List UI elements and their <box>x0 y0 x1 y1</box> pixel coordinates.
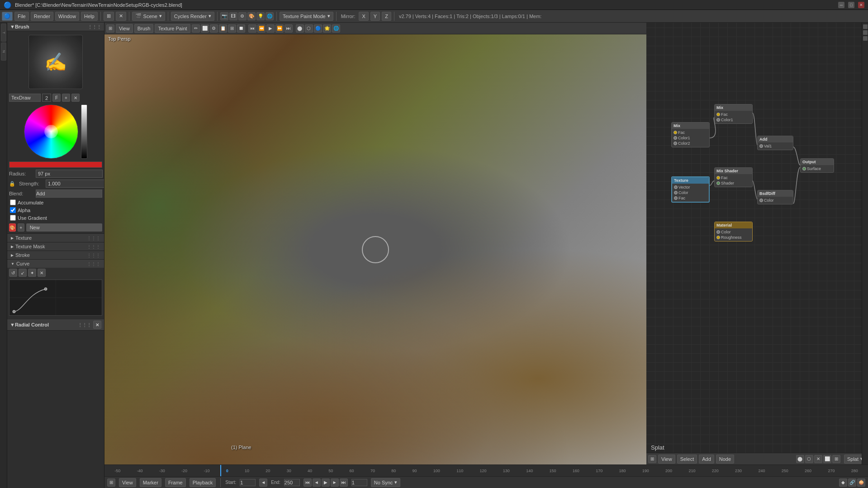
brush-panel-header[interactable]: ▼ Brush ⋮⋮⋮ <box>7 23 104 31</box>
end-frame-input[interactable] <box>284 479 300 486</box>
mirror-x-btn[interactable]: X <box>359 12 368 21</box>
color-swatch[interactable] <box>9 161 102 168</box>
brush-btn[interactable]: Brush <box>134 24 154 33</box>
brush-preview[interactable]: ✍ <box>28 35 83 89</box>
strength-input[interactable] <box>46 180 104 188</box>
texture-mask-section-header[interactable]: ▶ Texture Mask ⋮⋮⋮ <box>7 242 104 251</box>
color-brightness-bar[interactable] <box>81 104 87 159</box>
viewport-extra-icon[interactable]: ⚙ <box>210 24 218 33</box>
pb-view-btn[interactable]: View <box>119 478 136 487</box>
tools-tab[interactable]: T <box>1 24 6 42</box>
node-editor-icon[interactable]: ⊞ <box>648 455 656 463</box>
properties-tab[interactable]: N <box>1 43 6 61</box>
render-anim-btn[interactable]: 🎞 <box>229 12 237 20</box>
keyframe-icon[interactable]: ◆ <box>839 479 847 487</box>
scene-dropdown[interactable]: 🎬 Scene ▾ <box>132 12 165 21</box>
render-engine-dropdown[interactable]: Cycles Render ▾ <box>171 12 214 21</box>
node-view-btn[interactable]: View <box>658 455 675 464</box>
jump-end-btn[interactable]: ⏭ <box>340 479 348 487</box>
node-icon3[interactable]: ✕ <box>814 455 822 463</box>
jump-next-btn[interactable]: ► <box>331 479 339 487</box>
mirror-y-btn[interactable]: Y <box>370 12 380 21</box>
node-box-6[interactable]: Add Val1 <box>757 136 793 150</box>
radius-input[interactable] <box>36 170 103 178</box>
play-prev-btn[interactable]: ⏪ <box>257 24 266 33</box>
close-button[interactable]: ✕ <box>858 2 864 8</box>
viewport-layers-icon[interactable]: 📋 <box>219 24 227 33</box>
curve-star-icon[interactable]: ✦ <box>28 269 36 277</box>
alpha-checkbox[interactable] <box>10 207 16 213</box>
playback-layout-btn[interactable]: ⊞ <box>107 479 115 487</box>
play-next-btn[interactable]: ⏩ <box>275 24 284 33</box>
node-box-7[interactable]: BsdfDiff Color <box>757 190 793 204</box>
curve-section-header[interactable]: ▼ Curve ⋮⋮⋮ <box>7 259 104 268</box>
brush-f-btn[interactable]: F <box>52 94 61 102</box>
render-extra-btn[interactable]: 🎨 <box>247 12 256 20</box>
view-btn[interactable]: View <box>116 24 133 33</box>
node-editor-bg[interactable]: Mix Fac Color1 Color2 Mix Fac Colo <box>646 23 868 453</box>
prev-frame-btn[interactable]: ◄ <box>259 479 267 487</box>
radial-close-icon[interactable]: ✕ <box>93 321 101 329</box>
pb-frame-btn[interactable]: Frame <box>165 478 186 487</box>
viewport-layout-btn[interactable]: ⊞ <box>106 24 114 33</box>
viewport-mode-icon[interactable]: ⬜ <box>201 24 209 33</box>
blend-select[interactable]: Add Mix Subtract Multiply <box>36 190 102 198</box>
brush-x-btn[interactable]: ✕ <box>71 94 80 102</box>
render-extra3-btn[interactable]: 🌐 <box>266 12 274 20</box>
node-box-2[interactable]: Mix Fac Color1 <box>714 104 753 124</box>
play-pause-btn[interactable]: ▶ <box>322 479 330 487</box>
layout-icon-btn[interactable]: ⊞ <box>104 12 114 21</box>
node-select-btn[interactable]: Select <box>677 455 697 464</box>
node-icon4[interactable]: ⬜ <box>823 455 831 463</box>
curve-arrow-icon[interactable]: ↙ <box>19 269 27 277</box>
node-icon5[interactable]: ⊞ <box>832 455 840 463</box>
viewport-draw-icon[interactable]: ✏ <box>192 24 200 33</box>
jump-start-btn[interactable]: ⏮ <box>304 479 312 487</box>
solid-view-icon[interactable]: ⬤ <box>296 24 304 33</box>
help-menu[interactable]: Help <box>81 12 98 21</box>
maximize-button[interactable]: □ <box>848 2 854 8</box>
camera-render-btn[interactable]: 📷 <box>220 12 228 20</box>
play-btn[interactable]: ▶ <box>266 24 275 33</box>
node-icon1[interactable]: ⬤ <box>796 455 804 463</box>
onion-icon[interactable]: 🧅 <box>857 479 865 487</box>
render-menu[interactable]: Render <box>31 12 53 21</box>
render-settings-btn[interactable]: ⚙ <box>238 12 247 20</box>
window-menu[interactable]: Window <box>55 12 79 21</box>
node-node-btn[interactable]: Node <box>716 455 734 464</box>
curve-reset-icon[interactable]: ↺ <box>9 269 17 277</box>
node-box-1[interactable]: Mix Fac Color1 Color2 <box>671 122 710 147</box>
use-gradient-checkbox[interactable] <box>10 215 16 221</box>
render-view-icon[interactable]: 🌟 <box>323 24 331 33</box>
node-box-8[interactable]: Output Surface <box>800 158 834 173</box>
color-icon-btn[interactable]: 🎨 <box>9 223 16 232</box>
accumulate-checkbox[interactable] <box>10 199 16 205</box>
node-icon2[interactable]: ⬡ <box>805 455 813 463</box>
start-frame-input[interactable] <box>240 479 256 486</box>
motion-path-icon[interactable]: 🔗 <box>848 479 856 487</box>
new-button[interactable]: New <box>26 223 102 232</box>
radial-control-header[interactable]: ▼ Radial Control ⋮⋮⋮ ✕ <box>7 319 104 331</box>
texture-paint-btn[interactable]: Texture Paint <box>155 24 190 33</box>
node-vtab-1[interactable] <box>863 24 868 29</box>
viewport[interactable]: Top Persp (1) Plane <box>104 34 646 464</box>
stroke-section-header[interactable]: ▶ Stroke ⋮⋮⋮ <box>7 251 104 259</box>
sync-dropdown[interactable]: No Sync ▾ <box>371 478 401 487</box>
render-extra2-btn[interactable]: 💡 <box>256 12 265 20</box>
pb-playback-btn[interactable]: Playback <box>190 478 216 487</box>
pb-marker-btn[interactable]: Marker <box>140 478 161 487</box>
timeline-cursor[interactable] <box>220 465 221 476</box>
wire-view-icon[interactable]: ⬡ <box>305 24 313 33</box>
node-box-5[interactable]: Material Color Roughness <box>714 222 753 242</box>
play-begin-btn[interactable]: ⏮ <box>248 24 256 33</box>
current-frame-input[interactable] <box>351 479 367 486</box>
brush-name-input[interactable] <box>9 94 41 102</box>
node-box-3[interactable]: Texture Vector Color Fac <box>671 176 710 203</box>
layout-close-btn[interactable]: ✕ <box>116 12 126 21</box>
extra-view-icon[interactable]: 🌐 <box>332 24 340 33</box>
info-icon-btn[interactable]: 🔵 <box>2 12 13 21</box>
minimize-button[interactable]: ─ <box>838 2 844 8</box>
node-vtab-3[interactable] <box>863 36 868 41</box>
node-add-btn[interactable]: Add <box>699 455 714 464</box>
file-menu[interactable]: File <box>14 12 29 21</box>
